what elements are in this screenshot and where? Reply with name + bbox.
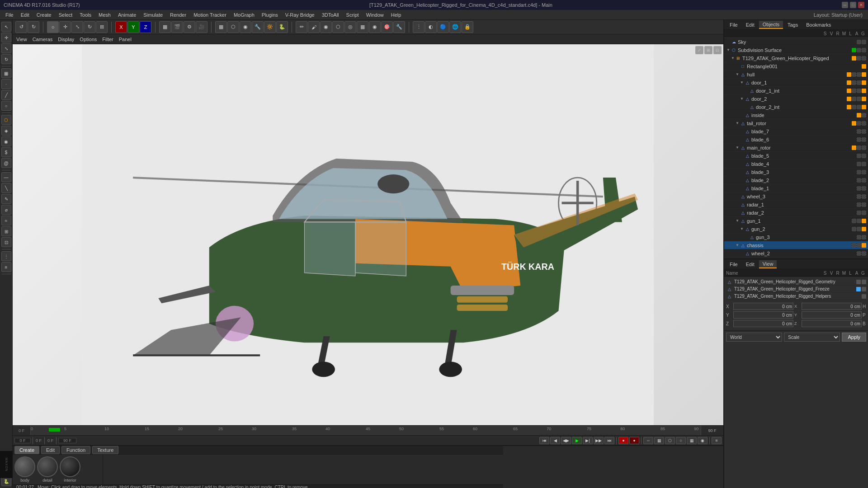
undo-button[interactable]: ↺ xyxy=(15,21,27,33)
obj-gun3[interactable]: △ gun_3 xyxy=(724,233,868,241)
rotate-tool[interactable]: ↻ xyxy=(84,21,95,33)
timeline-track[interactable]: 0 5 10 15 20 25 30 35 40 45 50 55 60 65 … xyxy=(31,426,701,435)
coord-z-input[interactable] xyxy=(733,320,793,327)
coord-wz-input[interactable] xyxy=(802,320,862,327)
obj-door1int-arrow[interactable] xyxy=(744,89,749,93)
vp-menu-view[interactable]: View xyxy=(16,37,27,42)
menu-window[interactable]: Window xyxy=(363,11,387,19)
tool-select[interactable]: ↖ xyxy=(1,22,11,32)
menu-file[interactable]: File xyxy=(2,11,17,19)
tool-points[interactable]: · xyxy=(1,79,11,89)
obj-rect001[interactable]: □ Rectangle001 xyxy=(724,62,868,70)
obj-door1[interactable]: ▼ △ door_1 xyxy=(724,79,868,87)
keyframe-move[interactable]: ↔ xyxy=(643,437,653,444)
obj-door2int[interactable]: △ door_2_int xyxy=(724,103,868,111)
tool-b9[interactable]: ⌀ xyxy=(1,205,11,215)
obj-blade7[interactable]: △ blade_7 xyxy=(724,127,868,136)
redo-button[interactable]: ↻ xyxy=(28,21,39,33)
obj-inside-arrow[interactable] xyxy=(740,113,744,117)
obj-gun1-arrow[interactable]: ▼ xyxy=(735,219,740,223)
tab-texture[interactable]: Texture xyxy=(92,446,118,454)
keyframe-sel[interactable]: ▦ xyxy=(654,437,664,444)
obj-radar1[interactable]: △ radar_1 xyxy=(724,201,868,209)
transform-tool[interactable]: ⊞ xyxy=(96,21,108,33)
paint-smear[interactable]: ◉ xyxy=(320,21,332,33)
add-floor[interactable]: ▦ xyxy=(215,21,227,33)
obj-blade4[interactable]: △ blade_4 xyxy=(724,160,868,168)
obj-blade7-arrow[interactable] xyxy=(740,129,744,134)
tool-b11[interactable]: ⊞ xyxy=(1,226,11,236)
tool-b6[interactable]: — xyxy=(1,172,11,182)
paint-erase[interactable]: ◎ xyxy=(344,21,356,33)
obj-blade6[interactable]: △ blade_6 xyxy=(724,136,868,144)
maximize-button[interactable]: □ xyxy=(850,2,856,8)
vp-menu-cameras[interactable]: Cameras xyxy=(33,37,53,42)
obj-blade1[interactable]: △ blade_1 xyxy=(724,184,868,192)
add-cam[interactable]: 🐍 xyxy=(276,21,288,33)
obj-chassis[interactable]: ▼ △ chassis xyxy=(724,241,868,249)
record-button[interactable]: ● xyxy=(618,437,628,444)
keyframe-del[interactable]: ○ xyxy=(676,437,686,444)
obj-t129-arrow[interactable]: ▼ xyxy=(731,56,735,61)
obj-blade2[interactable]: △ blade_2 xyxy=(724,176,868,184)
tool-rotate[interactable]: ↻ xyxy=(1,54,11,64)
play-forward[interactable]: ▶ xyxy=(572,437,582,444)
tab-edit[interactable]: Edit xyxy=(41,446,60,454)
obj-blade3-arrow[interactable] xyxy=(740,170,744,174)
viewport[interactable]: TÜRK KARA ⤢ ⊞ xyxy=(13,44,723,425)
tab-view-prop[interactable]: View xyxy=(759,260,777,268)
obj-gun2-arrow[interactable]: ▼ xyxy=(740,227,744,231)
menu-motion-tracker[interactable]: Motion Tracker xyxy=(190,11,230,19)
paint-brush[interactable]: ✏ xyxy=(296,21,307,33)
obj-radar1-arrow[interactable] xyxy=(735,202,740,207)
misc-2[interactable]: ◐ xyxy=(425,21,437,33)
misc-1[interactable]: ⋮ xyxy=(413,21,425,33)
material-ball-body[interactable] xyxy=(14,456,35,477)
obj-door2[interactable]: ▼ △ door_2 xyxy=(724,95,868,103)
obj-wheel2[interactable]: △ wheel_2 xyxy=(724,249,868,258)
menu-select[interactable]: Select xyxy=(55,11,76,19)
obj-subdiv-arrow[interactable]: ▼ xyxy=(726,48,731,52)
interactive-render[interactable]: 🎥 xyxy=(196,21,208,33)
obj-radar2[interactable]: △ radar_2 xyxy=(724,209,868,217)
obj-blade5[interactable]: △ blade_5 xyxy=(724,152,868,160)
menu-mograph[interactable]: MoGraph xyxy=(230,11,258,19)
obj-sky-arrow[interactable] xyxy=(726,40,731,44)
material-ball-detail[interactable] xyxy=(37,456,58,477)
minimize-button[interactable]: ─ xyxy=(842,2,848,8)
tool-b14[interactable]: ≡ xyxy=(1,262,11,272)
window-controls[interactable]: ─ □ ✕ xyxy=(842,2,864,8)
menu-animate[interactable]: Animate xyxy=(114,11,140,19)
tab-objects[interactable]: Objects xyxy=(759,21,783,29)
play-reverse[interactable]: ◀▶ xyxy=(561,437,571,444)
apply-button[interactable]: Apply xyxy=(842,333,866,342)
obj-gun1[interactable]: ▼ △ gun_1 xyxy=(724,217,868,225)
tool-poly[interactable]: ▦ xyxy=(1,68,11,78)
obj-blade6-arrow[interactable] xyxy=(740,137,744,142)
tab-tags[interactable]: Tags xyxy=(784,21,802,28)
obj-blade1-arrow[interactable] xyxy=(740,186,744,191)
paint-color[interactable]: 🔧 xyxy=(393,21,405,33)
world-mode-select[interactable]: World Object xyxy=(726,333,782,342)
vp-menu-display[interactable]: Display xyxy=(58,37,74,42)
obj-gun2[interactable]: ▼ △ gun_2 xyxy=(724,225,868,233)
obj-blade5-arrow[interactable] xyxy=(740,154,744,158)
paint-clone[interactable]: ⬡ xyxy=(332,21,344,33)
obj-wheel1[interactable]: △ wheel_1 xyxy=(724,258,868,258)
vp-menu-filter[interactable]: Filter xyxy=(102,37,113,42)
render-settings[interactable]: ⚙ xyxy=(184,21,195,33)
add-env[interactable]: 🔧 xyxy=(252,21,264,33)
obj-gun3-arrow[interactable] xyxy=(744,235,749,239)
tab-file-prop[interactable]: File xyxy=(726,261,741,268)
misc-3[interactable]: 🔵 xyxy=(437,21,449,33)
tool-scale[interactable]: ⤡ xyxy=(1,43,11,53)
tool-b1[interactable]: ⬡ xyxy=(1,115,11,125)
axis-z[interactable]: Z xyxy=(140,21,151,33)
tool-b3[interactable]: ◉ xyxy=(1,136,11,146)
obj-door2int-arrow[interactable] xyxy=(744,105,749,109)
obj-wheel3-arrow[interactable] xyxy=(735,194,740,199)
name-item-helpers[interactable]: △ T129_ATAK_Green_Helicopter_Rigged_Help… xyxy=(726,293,866,300)
play-forward3[interactable]: ▶▶ xyxy=(594,437,604,444)
tool-b4[interactable]: $ xyxy=(1,147,11,157)
tool-b7[interactable]: ╲ xyxy=(1,183,11,193)
